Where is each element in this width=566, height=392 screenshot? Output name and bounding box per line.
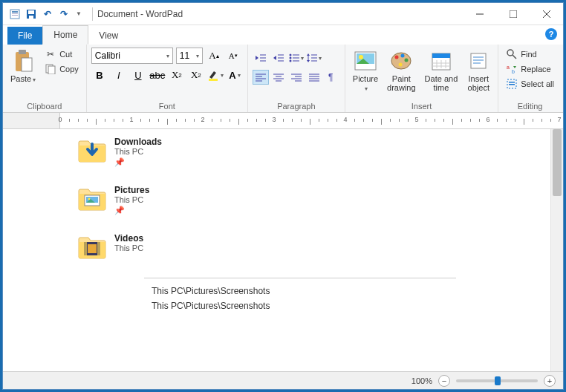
svg-rect-6 bbox=[29, 16, 33, 19]
svg-point-24 bbox=[289, 57, 291, 59]
svg-rect-59 bbox=[432, 53, 450, 58]
close-button[interactable] bbox=[530, 3, 563, 25]
zoom-percent: 100% bbox=[412, 376, 432, 385]
svg-rect-8 bbox=[510, 10, 517, 18]
undo-icon[interactable]: ↶ bbox=[42, 8, 53, 20]
paint-drawing-button[interactable]: Paint drawing bbox=[384, 48, 419, 94]
app-icon bbox=[9, 8, 21, 20]
font-color-button[interactable]: A▾ bbox=[227, 67, 243, 83]
svg-rect-2 bbox=[12, 13, 18, 14]
copy-label: Copy bbox=[59, 65, 79, 74]
path-text: This PC\Pictures\Screenshots bbox=[152, 286, 550, 296]
subscript-button[interactable]: X2 bbox=[169, 67, 185, 83]
justify-button[interactable] bbox=[306, 70, 322, 85]
zoom-in-button[interactable]: + bbox=[544, 375, 556, 387]
save-icon[interactable] bbox=[25, 8, 37, 20]
tab-home[interactable]: Home bbox=[42, 25, 88, 45]
svg-point-25 bbox=[289, 60, 291, 62]
folder-name: Pictures bbox=[114, 185, 149, 195]
italic-button[interactable]: I bbox=[111, 67, 127, 83]
folder-sub: This PC bbox=[114, 147, 162, 156]
scroll-thumb[interactable] bbox=[553, 129, 562, 196]
grow-font-button[interactable]: A▴ bbox=[206, 48, 222, 64]
text-highlight-button[interactable]: ▾ bbox=[207, 67, 224, 83]
pin-icon: 📌 bbox=[114, 157, 162, 167]
superscript-button[interactable]: X2 bbox=[188, 67, 204, 83]
document-content[interactable]: DownloadsThis PC📌PicturesThis PC📌VideosT… bbox=[3, 129, 550, 371]
bullets-button[interactable]: ▾ bbox=[288, 50, 305, 65]
shrink-font-button[interactable]: A▾ bbox=[225, 48, 241, 64]
minimize-button[interactable] bbox=[463, 3, 496, 25]
calendar-icon bbox=[429, 49, 453, 73]
svg-point-56 bbox=[405, 59, 409, 62]
bold-button[interactable]: B bbox=[91, 67, 108, 83]
qat-dropdown-icon[interactable]: ▼ bbox=[76, 10, 82, 17]
help-icon[interactable]: ? bbox=[545, 28, 557, 40]
zoom-out-button[interactable]: − bbox=[438, 375, 450, 387]
line-spacing-button[interactable]: ▾ bbox=[306, 50, 322, 65]
align-center-button[interactable] bbox=[270, 70, 287, 85]
align-left-button[interactable] bbox=[253, 70, 269, 85]
folder-item[interactable]: PicturesThis PC📌 bbox=[77, 185, 550, 215]
window-controls bbox=[463, 3, 563, 25]
cut-button[interactable]: ✂ Cut bbox=[42, 48, 82, 61]
copy-button[interactable]: Copy bbox=[42, 62, 82, 76]
group-clipboard: Paste▾ ✂ Cut Copy Clipboard bbox=[3, 45, 87, 112]
underline-button[interactable]: U bbox=[130, 67, 146, 83]
paste-button[interactable]: Paste▾ bbox=[7, 48, 39, 85]
path-text: This PC\Pictures\Screenshots bbox=[152, 301, 550, 311]
svg-rect-81 bbox=[97, 242, 100, 255]
ruler[interactable]: 01234567 bbox=[3, 113, 563, 129]
copy-icon bbox=[45, 63, 56, 75]
svg-text:a: a bbox=[507, 65, 510, 70]
object-icon bbox=[466, 49, 490, 73]
paragraph-group-label: Paragraph bbox=[253, 100, 340, 111]
replace-icon: ab bbox=[506, 63, 518, 75]
paint-icon bbox=[389, 49, 413, 73]
zoom-slider[interactable] bbox=[456, 379, 538, 382]
redo-icon[interactable]: ↷ bbox=[58, 8, 70, 20]
folder-icon bbox=[77, 185, 107, 212]
font-name-combo[interactable]: Calibri▾ bbox=[91, 48, 173, 64]
tab-view[interactable]: View bbox=[88, 27, 129, 45]
svg-point-55 bbox=[401, 54, 405, 58]
svg-rect-1 bbox=[12, 11, 18, 13]
svg-rect-68 bbox=[473, 62, 481, 64]
group-insert: Picture▾ Paint drawing Date and time Ins… bbox=[345, 45, 498, 112]
window-title: Document - WordPad bbox=[97, 9, 183, 19]
vertical-scrollbar[interactable] bbox=[550, 129, 563, 371]
insert-object-button[interactable]: Insert object bbox=[463, 48, 493, 94]
find-button[interactable]: Find bbox=[503, 48, 557, 61]
folder-item[interactable]: DownloadsThis PC📌 bbox=[77, 137, 550, 167]
folder-item[interactable]: VideosThis PC bbox=[77, 233, 550, 260]
svg-rect-5 bbox=[28, 10, 34, 14]
svg-rect-75 bbox=[509, 84, 515, 85]
selectall-button[interactable]: Select all bbox=[503, 77, 557, 91]
paragraph-dialog-button[interactable]: ¶ bbox=[324, 70, 340, 85]
decrease-indent-button[interactable] bbox=[253, 50, 269, 65]
zoom-slider-thumb[interactable] bbox=[495, 376, 501, 385]
svg-rect-74 bbox=[509, 82, 515, 83]
tab-file[interactable]: File bbox=[7, 27, 42, 45]
datetime-button[interactable]: Date and time bbox=[422, 48, 461, 94]
divider bbox=[144, 278, 456, 278]
selectall-icon bbox=[506, 78, 518, 90]
editing-group-label: Editing bbox=[503, 100, 557, 111]
folder-name: Downloads bbox=[114, 137, 162, 147]
svg-rect-66 bbox=[473, 56, 484, 58]
document-area: DownloadsThis PC📌PicturesThis PC📌VideosT… bbox=[3, 129, 563, 371]
svg-rect-80 bbox=[84, 242, 87, 255]
increase-indent-button[interactable] bbox=[270, 50, 287, 65]
picture-icon bbox=[354, 49, 377, 73]
svg-rect-82 bbox=[88, 244, 97, 253]
cut-icon: ✂ bbox=[45, 48, 56, 60]
picture-button[interactable]: Picture▾ bbox=[350, 48, 381, 94]
font-size-combo[interactable]: 11▾ bbox=[176, 48, 203, 64]
replace-button[interactable]: ab Replace bbox=[503, 62, 557, 76]
folder-sub: This PC bbox=[114, 244, 143, 252]
align-right-button[interactable] bbox=[288, 70, 305, 85]
maximize-button[interactable] bbox=[496, 3, 530, 25]
svg-rect-67 bbox=[473, 59, 484, 61]
svg-rect-12 bbox=[19, 50, 26, 54]
strikethrough-button[interactable]: abc bbox=[149, 67, 166, 83]
